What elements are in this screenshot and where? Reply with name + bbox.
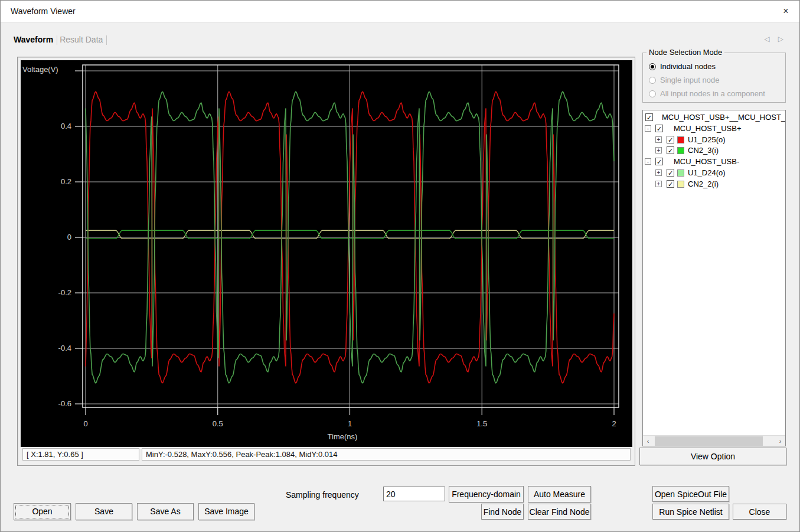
radio-option-2: All input nodes in a component (649, 89, 765, 99)
radio-option-1: Single input node (649, 76, 719, 85)
trace-color-swatch (677, 136, 684, 143)
tab-strip: WaveformResult Data (12, 34, 108, 48)
waveform-viewer-window: Waveform Viewer × WaveformResult Data ◁ … (0, 0, 800, 532)
group-title: Node Selection Mode (646, 48, 724, 57)
checkbox-icon[interactable]: ✓ (655, 125, 663, 132)
trace-color-swatch (677, 169, 684, 177)
scroll-left-icon[interactable]: ‹ (643, 436, 653, 446)
y-tick-label: 0.2 (61, 177, 71, 186)
save-as-button[interactable]: Save As (137, 503, 194, 520)
collapse-icon[interactable]: - (645, 158, 651, 165)
collapse-icon[interactable]: - (645, 125, 651, 132)
run-spice-netlist-button[interactable]: Run Spice Netlist (652, 504, 729, 520)
node-selection-mode-group: Node Selection Mode Individual nodesSing… (642, 53, 786, 103)
expand-icon[interactable]: + (655, 136, 662, 143)
waveform-canvas[interactable]: 0.40.20-0.2-0.4-0.600.511.52Voltage(V)Ti… (21, 60, 632, 447)
y-tick-label: 0.4 (61, 122, 71, 130)
status-cursor-position: [ X:1.81, Y:0.65 ] (22, 448, 139, 461)
x-axis-title: Time(ns) (328, 432, 358, 441)
plot-panel: 0.40.20-0.2-0.4-0.600.511.52Voltage(V)Ti… (17, 57, 635, 466)
sampling-frequency-label: Sampling frequency (286, 490, 359, 500)
expand-icon[interactable]: + (655, 169, 662, 176)
checkbox-icon[interactable]: ✓ (667, 146, 674, 154)
tree-item-MCU_HOST_USB-[interactable]: -✓MCU_HOST_USB- (643, 156, 785, 168)
frequency-domain-button[interactable]: Frequency-domain (449, 486, 524, 502)
title-bar: Waveform Viewer × (1, 1, 799, 22)
scrollbar-thumb[interactable] (655, 436, 763, 446)
radio-icon (649, 77, 656, 84)
radio-label: Single input node (660, 76, 719, 84)
open-button[interactable]: Open (14, 503, 71, 520)
save-button[interactable]: Save (76, 503, 132, 520)
radio-icon (649, 90, 656, 97)
checkbox-icon[interactable]: ✓ (655, 158, 663, 165)
x-tick-label: 0 (83, 419, 87, 428)
tab-scroll-right-icon[interactable]: ▷ (775, 35, 786, 43)
status-measurements: MinY:-0.528, MaxY:0.556, Peak-Peak:1.084… (142, 448, 631, 461)
expand-icon[interactable]: + (655, 147, 662, 154)
find-node-button[interactable]: Find Node (481, 504, 524, 520)
tree-item-label: MCU_HOST_USB- (674, 157, 739, 166)
y-tick-label: 0 (67, 233, 71, 241)
x-tick-label: 2 (612, 419, 616, 428)
auto-measure-button[interactable]: Auto Measure (528, 486, 591, 502)
expand-icon[interactable]: + (655, 181, 662, 187)
x-tick-label: 1.5 (476, 419, 487, 428)
window-title: Waveform Viewer (11, 6, 76, 16)
tree-item-label: CN2_2(i) (688, 179, 719, 188)
tree-item-CN2_2(i)[interactable]: +✓CN2_2(i) (643, 179, 785, 190)
clear-find-node-button[interactable]: Clear Find Node (528, 504, 591, 520)
checkbox-icon[interactable]: ✓ (667, 169, 674, 177)
close-button[interactable]: Close (733, 504, 786, 520)
y-tick-label: -0.2 (58, 288, 71, 297)
view-option-button[interactable]: View Option (639, 448, 786, 465)
tab-separator (57, 35, 57, 45)
tab-separator (106, 35, 107, 45)
x-tick-label: 1 (348, 419, 352, 428)
checkbox-icon[interactable]: ✓ (667, 136, 674, 143)
scroll-right-icon[interactable]: › (775, 436, 785, 446)
tree-item-label: MCU_HOST_USB+ (674, 124, 742, 133)
trace-color-swatch (677, 147, 684, 154)
y-tick-label: -0.6 (58, 399, 71, 408)
trace-color-swatch (677, 181, 684, 188)
tree-item-MCU_HOST_USB+[interactable]: -✓MCU_HOST_USB+ (643, 123, 785, 135)
y-tick-label: -0.4 (58, 344, 71, 353)
tree-item-label: CN2_3(i) (688, 146, 719, 155)
tree-horizontal-scrollbar[interactable]: ‹ › (643, 435, 785, 446)
tree-item-MCU_HOST_USB+__MCU_HOST_[interactable]: ✓MCU_HOST_USB+__MCU_HOST_ (643, 112, 785, 123)
tree-item-label: MCU_HOST_USB+__MCU_HOST_ (662, 113, 785, 122)
radio-label: Individual nodes (660, 62, 716, 71)
radio-label: All input nodes in a component (660, 89, 765, 98)
checkbox-icon[interactable]: ✓ (645, 113, 653, 121)
y-axis-title: Voltage(V) (22, 65, 58, 74)
waveform-svg: 0.40.20-0.2-0.4-0.600.511.52Voltage(V)Ti… (21, 60, 632, 447)
tab-scroll-arrows: ◁ ▷ (761, 35, 791, 44)
node-tree: ✓MCU_HOST_USB+__MCU_HOST_-✓MCU_HOST_USB+… (642, 110, 786, 446)
tab-result-data[interactable]: Result Data (58, 34, 105, 45)
tab-waveform[interactable]: Waveform (12, 34, 55, 45)
tree-item-CN2_3(i)[interactable]: +✓CN2_3(i) (643, 145, 785, 156)
tree-item-label: U1_D25(o) (688, 135, 726, 144)
radio-option-0[interactable]: Individual nodes (649, 62, 716, 71)
sampling-frequency-input[interactable] (383, 487, 445, 501)
plot-frame-border (83, 65, 619, 407)
close-icon[interactable]: × (779, 5, 792, 17)
tree-item-label: U1_D24(o) (688, 168, 726, 177)
x-tick-label: 0.5 (213, 419, 223, 428)
radio-icon[interactable] (649, 63, 656, 70)
tree-item-U1_D24(o)[interactable]: +✓U1_D24(o) (643, 168, 785, 179)
tree-item-U1_D25(o)[interactable]: +✓U1_D25(o) (643, 135, 785, 146)
open-spiceout-file-button[interactable]: Open SpiceOut File (652, 486, 729, 502)
tab-scroll-left-icon[interactable]: ◁ (761, 35, 773, 43)
save-image-button[interactable]: Save Image (198, 503, 254, 520)
checkbox-icon[interactable]: ✓ (667, 180, 674, 188)
